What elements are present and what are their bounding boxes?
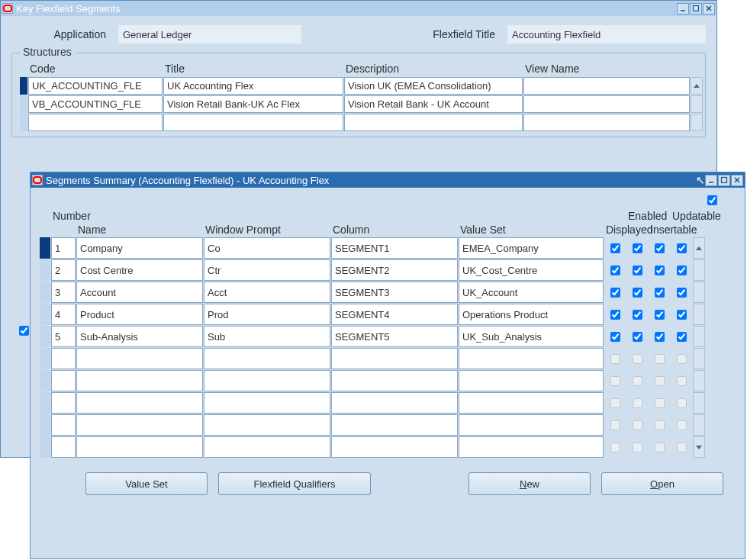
displayed-checkbox[interactable] <box>610 332 620 342</box>
displayed-checkbox[interactable] <box>610 376 620 386</box>
displayed-checkbox[interactable] <box>610 243 620 253</box>
column-field[interactable] <box>331 348 458 369</box>
enabled-checkbox[interactable] <box>633 243 642 253</box>
enabled-checkbox[interactable] <box>633 288 642 298</box>
segment-row[interactable] <box>40 370 739 391</box>
row-selector[interactable] <box>40 414 50 436</box>
top-enabled-checkbox[interactable] <box>707 195 717 205</box>
segment-row[interactable] <box>40 237 739 259</box>
code-field[interactable] <box>28 77 163 95</box>
column-field[interactable] <box>331 370 458 391</box>
scrollbar-track[interactable] <box>693 326 705 347</box>
view-name-field[interactable] <box>523 114 690 131</box>
enabled-checkbox[interactable] <box>633 266 642 275</box>
column-field[interactable] <box>331 392 458 414</box>
insertable-checkbox[interactable] <box>655 376 665 386</box>
updatable-checkbox[interactable] <box>677 398 687 408</box>
row-selector[interactable] <box>20 114 27 131</box>
displayed-checkbox[interactable] <box>610 288 620 298</box>
window-prompt-field[interactable] <box>204 370 330 391</box>
row-selector[interactable] <box>40 237 50 259</box>
scrollbar-track[interactable] <box>693 370 705 391</box>
displayed-checkbox[interactable] <box>610 443 620 452</box>
segment-row[interactable] <box>40 392 739 414</box>
number-field[interactable] <box>51 392 76 414</box>
number-field[interactable] <box>51 259 76 281</box>
value-set-field[interactable] <box>459 414 604 436</box>
column-field[interactable] <box>331 237 458 259</box>
displayed-checkbox[interactable] <box>610 310 620 320</box>
close-icon[interactable] <box>703 3 715 14</box>
view-name-field[interactable] <box>523 95 690 113</box>
row-selector[interactable] <box>40 436 50 458</box>
close-icon[interactable] <box>731 175 743 186</box>
number-field[interactable] <box>51 370 76 391</box>
name-field[interactable] <box>76 304 203 325</box>
title-field[interactable] <box>163 95 343 113</box>
name-field[interactable] <box>76 237 203 259</box>
updatable-checkbox[interactable] <box>677 243 687 253</box>
value-set-field[interactable] <box>459 370 604 391</box>
insertable-checkbox[interactable] <box>655 266 665 275</box>
column-field[interactable] <box>331 259 458 281</box>
segment-row[interactable] <box>40 282 739 303</box>
updatable-checkbox[interactable] <box>677 420 687 430</box>
code-field[interactable] <box>28 114 163 131</box>
name-field[interactable] <box>76 392 203 414</box>
value-set-field[interactable] <box>459 237 604 259</box>
scrollbar-track[interactable] <box>691 95 703 113</box>
column-field[interactable] <box>331 304 458 325</box>
displayed-checkbox[interactable] <box>610 420 620 430</box>
value-set-field[interactable] <box>459 436 604 458</box>
row-selector[interactable] <box>40 370 50 391</box>
flexfield-title-field[interactable] <box>507 25 706 43</box>
insertable-checkbox[interactable] <box>655 354 665 364</box>
enabled-checkbox[interactable] <box>633 310 642 320</box>
description-field[interactable] <box>344 114 523 131</box>
minimize-icon[interactable] <box>705 175 717 186</box>
updatable-checkbox[interactable] <box>677 310 687 320</box>
structure-row[interactable] <box>20 95 697 113</box>
row-selector[interactable] <box>20 95 27 113</box>
segment-row[interactable] <box>40 436 739 458</box>
scrollbar-track[interactable] <box>693 259 705 281</box>
scrollbar-track[interactable] <box>693 414 705 436</box>
segment-row[interactable] <box>40 348 739 369</box>
column-field[interactable] <box>331 436 458 458</box>
application-field[interactable] <box>118 25 301 43</box>
scroll-up-icon[interactable] <box>691 77 703 95</box>
window-prompt-field[interactable] <box>204 259 330 281</box>
row-selector[interactable] <box>40 304 50 325</box>
enabled-checkbox[interactable] <box>633 443 642 452</box>
title-field[interactable] <box>163 114 343 131</box>
scrollbar-track[interactable] <box>693 282 705 303</box>
segment-row[interactable] <box>40 259 739 281</box>
name-field[interactable] <box>76 326 203 347</box>
updatable-checkbox[interactable] <box>677 288 687 298</box>
name-field[interactable] <box>76 436 203 458</box>
value-set-field[interactable] <box>459 259 604 281</box>
minimize-icon[interactable] <box>677 3 689 14</box>
window-prompt-field[interactable] <box>204 392 330 414</box>
window-prompt-field[interactable] <box>204 304 330 325</box>
value-set-button[interactable]: Value Set <box>85 472 208 495</box>
segment-row[interactable] <box>40 326 739 347</box>
structure-row[interactable] <box>20 77 697 95</box>
window-prompt-field[interactable] <box>204 282 330 303</box>
displayed-checkbox[interactable] <box>610 266 620 275</box>
insertable-checkbox[interactable] <box>655 420 665 430</box>
insertable-checkbox[interactable] <box>655 443 665 452</box>
title-field[interactable] <box>163 77 343 95</box>
number-field[interactable] <box>51 304 76 325</box>
updatable-checkbox[interactable] <box>677 266 687 275</box>
window-prompt-field[interactable] <box>204 326 330 347</box>
enabled-checkbox[interactable] <box>633 354 642 364</box>
name-field[interactable] <box>76 414 203 436</box>
description-field[interactable] <box>344 95 523 113</box>
code-field[interactable] <box>28 95 163 113</box>
segment-row[interactable] <box>40 414 739 436</box>
value-set-field[interactable] <box>459 392 604 414</box>
new-button[interactable]: New <box>468 472 591 495</box>
number-field[interactable] <box>51 326 76 347</box>
description-field[interactable] <box>344 77 523 95</box>
